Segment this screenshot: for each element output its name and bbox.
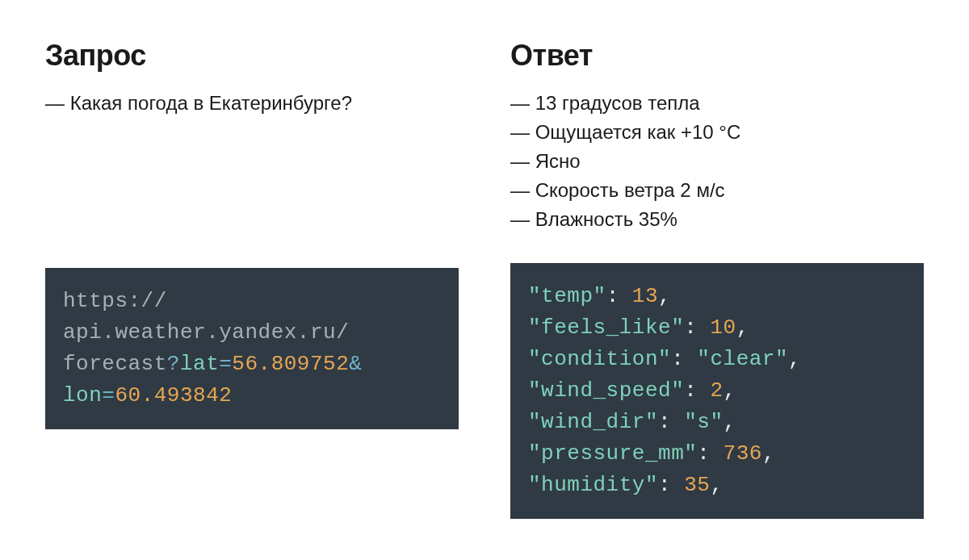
json-comma: , xyxy=(710,473,723,497)
json-colon: : xyxy=(697,441,723,466)
code-line: "humidity": 35, xyxy=(528,470,906,501)
code-param-val: 56.809752 xyxy=(232,352,349,376)
code-line: "wind_dir": "s", xyxy=(528,407,906,438)
json-colon: : xyxy=(658,473,684,497)
code-line: "condition": "clear", xyxy=(528,344,906,375)
json-value: 13 xyxy=(632,284,658,308)
json-key: "condition" xyxy=(528,347,671,371)
code-line: "temp": 13, xyxy=(528,281,906,312)
response-item: — Скорость ветра 2 м/с xyxy=(510,176,924,205)
json-comma: , xyxy=(736,316,749,340)
json-key: "wind_speed" xyxy=(528,378,684,403)
code-line: "pressure_mm": 736, xyxy=(528,438,906,470)
response-code-block: "temp": 13,"feels_like": 10,"condition":… xyxy=(510,263,924,519)
json-comma: , xyxy=(724,410,736,434)
code-host: api.weather.yandex.ru/ xyxy=(63,320,349,345)
json-colon: : xyxy=(671,347,697,371)
json-value: 736 xyxy=(724,441,762,466)
code-protocol: https:// xyxy=(63,289,167,313)
response-list: — 13 градусов тепла — Ощущается как +10 … xyxy=(510,89,924,234)
response-item: — Влажность 35% xyxy=(510,205,924,234)
json-value: 35 xyxy=(684,473,710,497)
response-item: — Ясно xyxy=(510,147,924,176)
request-column: Запрос — Какая погода в Екатеринбурге? h… xyxy=(45,39,459,521)
json-key: "temp" xyxy=(528,284,606,308)
request-item: — Какая погода в Екатеринбурге? xyxy=(45,89,459,118)
json-comma: , xyxy=(724,378,736,403)
json-value: 2 xyxy=(710,378,723,403)
request-heading: Запрос xyxy=(45,39,459,73)
code-param-key: lon xyxy=(63,383,102,407)
response-heading: Ответ xyxy=(510,39,924,73)
response-item: — 13 градусов тепла xyxy=(510,89,924,118)
code-path: forecast xyxy=(63,352,167,376)
json-colon: : xyxy=(658,410,684,434)
code-eq: = xyxy=(102,383,115,407)
json-key: "feels_like" xyxy=(528,316,684,340)
json-comma: , xyxy=(788,347,801,371)
json-value: "clear" xyxy=(697,347,788,371)
response-item: — Ощущается как +10 °C xyxy=(510,118,924,147)
json-colon: : xyxy=(606,284,632,308)
json-comma: , xyxy=(762,441,775,466)
json-colon: : xyxy=(684,316,710,340)
code-amp: & xyxy=(349,352,362,376)
code-line: "feels_like": 10, xyxy=(528,312,906,344)
json-comma: , xyxy=(658,284,671,308)
json-value: 10 xyxy=(710,316,736,340)
request-code-block: https:// api.weather.yandex.ru/ forecast… xyxy=(45,268,459,429)
code-param-key: lat xyxy=(180,352,219,376)
code-eq: = xyxy=(219,352,232,376)
json-key: "humidity" xyxy=(528,473,658,497)
code-line: "wind_speed": 2, xyxy=(528,375,906,407)
code-qmark: ? xyxy=(167,352,180,376)
json-value: "s" xyxy=(684,410,723,434)
json-key: "wind_dir" xyxy=(528,410,658,434)
request-list: — Какая погода в Екатеринбурге? xyxy=(45,89,459,118)
json-key: "pressure_mm" xyxy=(528,441,697,466)
response-column: Ответ — 13 градусов тепла — Ощущается ка… xyxy=(510,39,924,521)
json-colon: : xyxy=(684,378,710,403)
code-param-val: 60.493842 xyxy=(115,383,232,407)
